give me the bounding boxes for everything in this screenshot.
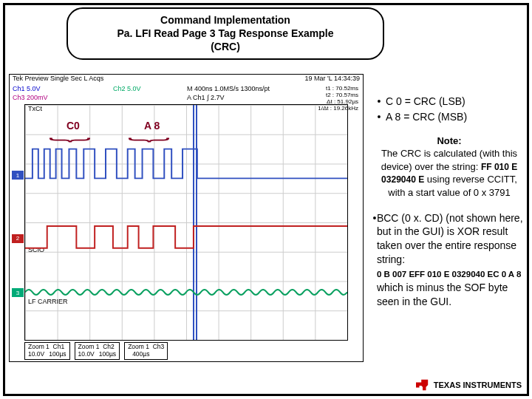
bullet-3: BCC (0 x. CD) (not shown here, but in th…	[377, 211, 526, 309]
scope-header-right: 19 Mar 'L 14:34:39	[305, 75, 360, 85]
ch1-readout: Ch1 5.0V	[13, 85, 41, 92]
overlay-label-c0: C0	[66, 120, 80, 132]
explanation-panel: •C 0 = CRC (LSB) •A 8 = CRC (MSB) Note: …	[372, 95, 526, 310]
title-line-3: (CRC)	[75, 40, 375, 53]
ti-logo-text: TEXAS INSTRUMENTS	[434, 381, 522, 389]
overlay-label-a8: A 8	[144, 120, 160, 132]
channel-marker-1: 1	[12, 171, 24, 180]
zoom-box-1: Zoom 1 Ch1 10.0V100µs	[24, 342, 70, 360]
scope-header-left: Tek Preview Single Sec L Acqs	[13, 75, 103, 85]
zoom-box-2: Zoom 1 Ch2 10.0V100µs	[75, 342, 120, 360]
bullet-1: C 0 = CRC (LSB)	[386, 95, 466, 109]
note-block: Note: The CRC is calculated (with this d…	[372, 134, 526, 200]
zoom-box-3: Zoom 1 Ch3 400µs	[124, 342, 168, 360]
bullet-2: A 8 = CRC (MSB)	[386, 110, 467, 124]
bullet-icon: •	[372, 95, 386, 109]
ti-logo: TEXAS INSTRUMENTS	[415, 378, 522, 392]
trigger-readout: A Ch1 ∫ 2.7V	[187, 94, 225, 101]
timebase-readout: M 400ns 1.0MS/s 1300ns/pt	[187, 85, 270, 92]
bcc-hex: 0 B 007 EFF 010 E 0329040 EC 0 A 8	[377, 270, 521, 279]
note-heading: Note:	[372, 134, 526, 148]
ch2-readout: Ch2 5.0V	[113, 85, 141, 92]
channel-marker-2: 2	[12, 234, 24, 243]
ch3-readout: Ch3 200mV	[13, 94, 48, 101]
title-line-2: Pa. LFI Read Page 3 Tag Response Example	[75, 27, 375, 40]
oscilloscope-screenshot: Tek Preview Single Sec L Acqs 19 Mar 'L …	[9, 74, 364, 362]
brace-icon: }	[47, 137, 98, 143]
ti-chip-icon	[415, 378, 431, 392]
bullet-icon: •	[372, 110, 386, 124]
channel-marker-3: 3	[12, 288, 24, 297]
brace-icon: }	[126, 137, 177, 143]
title-line-1: Command Implementation	[75, 13, 375, 27]
zoom-readouts: Zoom 1 Ch1 10.0V100µs Zoom 1 Ch2 10.0V10…	[24, 342, 348, 360]
slide-title: Command Implementation Pa. LFI Read Page…	[66, 7, 384, 60]
